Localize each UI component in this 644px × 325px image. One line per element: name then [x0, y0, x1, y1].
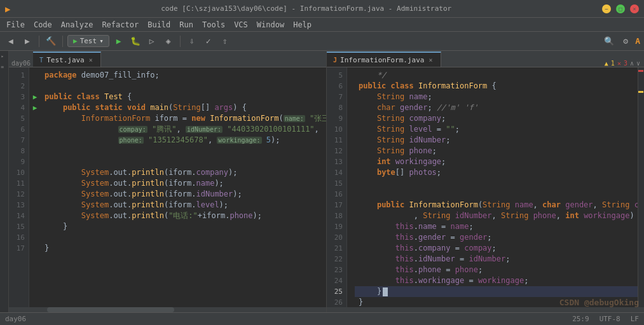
r-gutter-26 [347, 284, 355, 294]
vcs-update-button[interactable]: ⇩ [185, 34, 199, 48]
coverage-button[interactable]: ▷ [145, 34, 159, 48]
back-button[interactable]: ◀ [4, 34, 18, 48]
code-line-r8: char gender; //'m' 'f' [355, 102, 638, 113]
r-gutter-14 [347, 162, 355, 172]
line-num-7: 7 [9, 135, 29, 146]
profile-button[interactable]: ◈ [161, 34, 175, 48]
run-arrow-4[interactable]: ▶ [33, 104, 38, 112]
left-code-area[interactable]: package demo07_fill_info; public class T… [41, 67, 326, 307]
code-line-l8 [41, 146, 326, 156]
r-gutter-6 [347, 80, 355, 90]
menu-tools[interactable]: Tools [198, 18, 229, 32]
right-editor-content: 5 6 7 8 9 10 11 12 13 14 15 16 17 18 19 … [327, 67, 644, 307]
line-num-9: 9 [9, 156, 29, 167]
error-icon: ✕ [617, 60, 621, 67]
project-icon[interactable]: ▸ [1, 53, 8, 59]
code-line-r10: String level = ""; [355, 124, 638, 135]
minimize-button[interactable]: − [602, 4, 611, 13]
r-line-num-17: 17 [327, 200, 346, 211]
structure-icon[interactable]: ≡ [1, 64, 8, 70]
code-line-r24: this.workingage = workingage; [355, 275, 638, 286]
menu-window[interactable]: Window [253, 18, 288, 32]
menu-code[interactable]: Code [30, 18, 56, 32]
vcs-push-button[interactable]: ⇧ [218, 34, 232, 48]
run-arrow-3[interactable]: ▶ [33, 93, 38, 101]
maximize-button[interactable]: □ [616, 4, 625, 13]
right-code-area[interactable]: */ public class InformationForm { String… [355, 67, 638, 307]
right-h-scrollbar[interactable] [327, 307, 644, 312]
toolbar-separator-1 [39, 36, 39, 47]
r-line-num-21: 21 [327, 243, 346, 254]
tab-information-form-close[interactable]: × [427, 56, 434, 64]
code-line-r26: } [355, 297, 638, 307]
toolbar: ◀ ▶ 🔨 ▶ Test ▾ ▶ 🐛 ▷ ◈ ⇩ ✓ ⇧ 🔍 ⚙ A [0, 32, 644, 51]
r-line-num-12: 12 [327, 146, 346, 156]
warning-count: 1 [611, 60, 615, 67]
line-num-10: 10 [9, 167, 29, 178]
status-position: 25:9 [572, 315, 589, 323]
r-gutter-24 [347, 264, 355, 274]
line-num-1: 1 [9, 70, 29, 81]
code-line-l15: } [41, 221, 326, 232]
tab-test-java-label: Test.java [46, 56, 85, 64]
left-line-numbers: 1 2 3 4 5 6 7 8 9 10 11 12 13 14 15 16 1… [9, 67, 29, 307]
tab-test-java[interactable]: T Test.java × [33, 52, 101, 67]
gutter-5 [29, 113, 41, 124]
gutter-10 [29, 167, 41, 178]
close-button[interactable]: × [630, 4, 639, 13]
tab-test-java-close[interactable]: × [88, 56, 94, 64]
code-line-l5: InformationForm iform = new InformationF… [41, 113, 326, 124]
menu-build[interactable]: Build [144, 18, 174, 32]
gutter-6 [29, 124, 41, 135]
r-gutter-16 [347, 183, 355, 193]
code-line-l13: System.out.println(iform.level); [41, 200, 326, 211]
build-button[interactable]: 🔨 [44, 34, 58, 48]
error-count: 3 [624, 60, 627, 67]
app-icon: ▶ [5, 4, 10, 14]
code-line-r21: this.company = compay; [355, 243, 638, 254]
settings-button[interactable]: ⚙ [619, 34, 633, 48]
r-gutter-13 [347, 151, 355, 162]
gutter-3: ▶ [29, 92, 41, 102]
line-num-17: 17 [9, 243, 29, 254]
tab-information-form-java[interactable]: J InformationForm.java × [327, 52, 441, 67]
status-branch: day06 [5, 315, 26, 323]
r-gutter-11 [347, 131, 355, 141]
menu-run[interactable]: Run [175, 18, 197, 32]
debug-button[interactable]: 🐛 [128, 34, 142, 48]
gutter-14 [29, 211, 41, 221]
forward-button[interactable]: ▶ [20, 34, 34, 48]
r-line-num-13: 13 [327, 156, 346, 167]
left-sidebar: ▸ ≡ [0, 51, 9, 312]
r-line-num-11: 11 [327, 135, 346, 146]
line-num-6: 6 [9, 124, 29, 135]
r-gutter-20 [347, 223, 355, 233]
gutter-15 [29, 221, 41, 232]
fold-indicator[interactable]: ∧ [630, 60, 634, 67]
r-line-num-16: 16 [327, 189, 346, 200]
r-gutter-12 [347, 141, 355, 151]
menu-vcs[interactable]: VCS [230, 18, 252, 32]
menu-analyze[interactable]: Analyze [57, 18, 97, 32]
r-line-num-23: 23 [327, 265, 346, 275]
r-gutter-23 [347, 254, 355, 264]
r-line-num-6: 6 [327, 81, 346, 92]
r-line-num-26: 26 [327, 297, 346, 307]
menu-refactor[interactable]: Refactor [98, 18, 142, 32]
code-line-l14: System.out.println("电话:"+iform.phone); [41, 211, 326, 221]
run-config-selector[interactable]: ▶ Test ▾ [67, 35, 109, 47]
menu-file[interactable]: File [3, 18, 29, 32]
code-line-l12: System.out.println(iform.idNumber); [41, 189, 326, 200]
code-line-l11: System.out.println(iform.name); [41, 178, 326, 189]
left-h-scrollbar[interactable] [9, 307, 326, 312]
run-button[interactable]: ▶ [112, 34, 126, 48]
right-margin-bar [638, 67, 644, 307]
r-gutter-25 [347, 274, 355, 284]
gutter-13 [29, 200, 41, 211]
menu-help[interactable]: Help [289, 18, 315, 32]
unfold-indicator[interactable]: ∨ [636, 60, 640, 67]
vcs-commit-button[interactable]: ✓ [202, 34, 216, 48]
run-icon: ▶ [73, 37, 78, 45]
main-area: ▸ ≡ day06 T Test.java × 1 2 3 4 5 6 [0, 51, 644, 312]
search-button[interactable]: 🔍 [602, 34, 616, 48]
